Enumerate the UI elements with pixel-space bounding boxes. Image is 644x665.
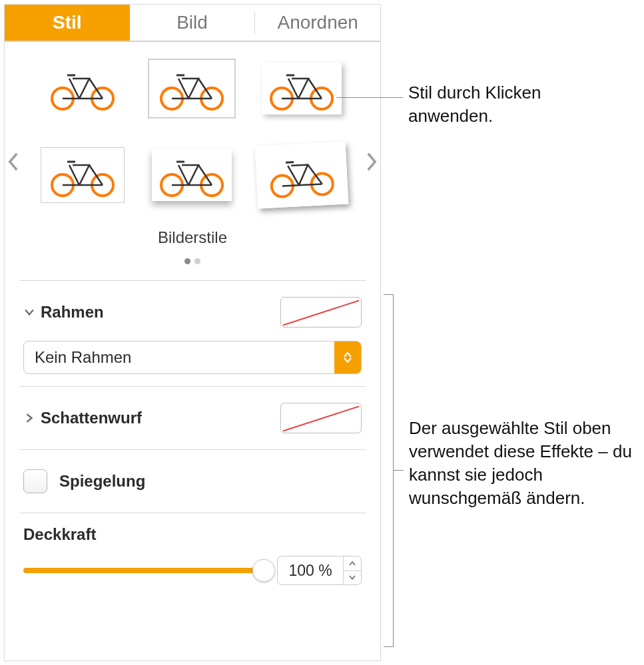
bike-icon (155, 152, 228, 198)
chevron-left-icon (7, 152, 19, 171)
bike-icon (264, 150, 340, 200)
bike-icon (265, 65, 338, 112)
deckkraft-value-field[interactable]: 100 % (277, 556, 362, 585)
stepper-down[interactable] (344, 571, 361, 585)
select-stepper-icon (334, 341, 361, 373)
style-thumb-2[interactable] (147, 62, 236, 115)
page-dot-2[interactable] (194, 258, 200, 264)
format-panel: Stil Bild Anordnen (4, 4, 381, 661)
deckkraft-slider[interactable] (23, 560, 264, 580)
page-dot-1[interactable] (184, 258, 190, 264)
image-styles-title: Bilderstile (18, 228, 367, 247)
disclosure-rahmen[interactable] (23, 306, 35, 318)
rahmen-select[interactable]: Kein Rahmen (23, 341, 362, 374)
tab-bild[interactable]: Bild (130, 5, 255, 41)
svg-line-17 (286, 162, 294, 163)
slider-knob[interactable] (252, 559, 275, 582)
chevron-right-icon (25, 413, 34, 423)
style-thumb-3[interactable] (256, 62, 347, 115)
style-thumb-6[interactable] (256, 148, 347, 202)
disclosure-schatten[interactable] (23, 412, 35, 424)
image-styles-area: Bilderstile (5, 42, 380, 268)
schatten-swatch-none[interactable] (280, 403, 362, 433)
schatten-label: Schattenwurf (41, 409, 142, 427)
page-dots[interactable] (18, 251, 367, 268)
bike-icon (46, 65, 119, 112)
callout-apply-style: Stil durch Klicken anwenden. (408, 81, 628, 128)
callout-leader-2 (393, 470, 404, 471)
format-tabs: Stil Bild Anordnen (5, 5, 380, 42)
spiegelung-checkbox[interactable] (23, 469, 47, 493)
styles-next-button[interactable] (362, 148, 382, 175)
callout-bracket (384, 294, 394, 647)
rahmen-select-value: Kein Rahmen (24, 348, 334, 367)
chevron-right-icon (366, 152, 378, 171)
deckkraft-value: 100 % (278, 556, 343, 584)
callout-effects: Der ausgewählte Stil oben verwendet dies… (409, 417, 642, 510)
tab-stil[interactable]: Stil (5, 5, 130, 41)
style-thumb-5[interactable] (147, 148, 236, 202)
deckkraft-label: Deckkraft (23, 525, 362, 544)
stepper-up[interactable] (344, 556, 361, 571)
styles-prev-button[interactable] (3, 148, 23, 175)
style-thumb-4[interactable] (38, 148, 127, 202)
spiegelung-label: Spiegelung (59, 472, 145, 491)
style-thumb-1[interactable] (38, 62, 127, 115)
chevron-down-icon (25, 308, 34, 317)
bike-icon (46, 152, 119, 198)
rahmen-swatch-none[interactable] (280, 297, 362, 328)
chevron-up-icon (349, 561, 356, 566)
bike-icon (155, 65, 228, 112)
tab-anordnen[interactable]: Anordnen (255, 5, 380, 41)
chevron-down-icon (349, 575, 356, 580)
callout-leader (336, 97, 403, 98)
rahmen-label: Rahmen (41, 303, 104, 322)
